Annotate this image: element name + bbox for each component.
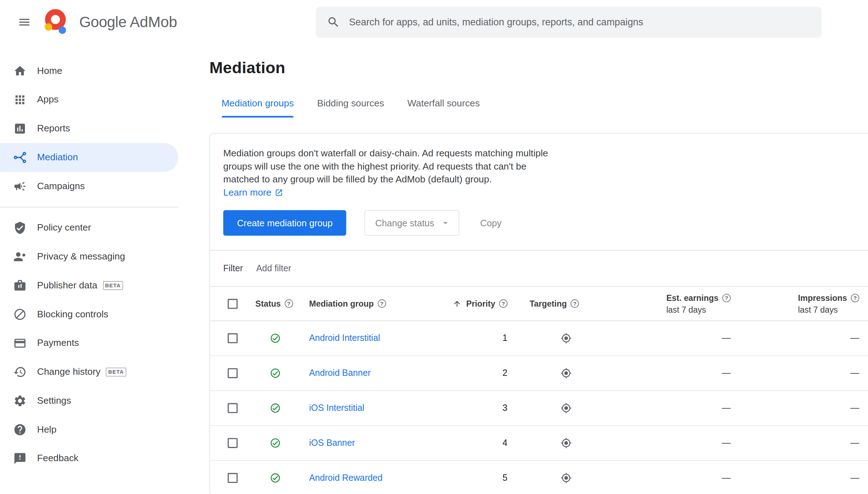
mediation-group-link[interactable]: iOS Interstitial <box>309 403 364 413</box>
sidebar-item-blocking-controls[interactable]: Blocking controls <box>0 300 178 329</box>
col-header-priority[interactable]: Priority <box>466 299 495 308</box>
change-status-button[interactable]: Change status <box>365 210 459 236</box>
status-enabled-icon <box>270 438 281 449</box>
status-enabled-icon <box>270 472 281 483</box>
sidebar: Home Apps Reports Mediation Campaigns <box>0 44 209 473</box>
sidebar-item-label: Publisher data <box>37 280 97 291</box>
targeting-icon[interactable] <box>561 472 572 483</box>
targeting-icon[interactable] <box>561 403 572 414</box>
sidebar-item-label: Policy center <box>37 222 91 233</box>
topbar: GoogleAdMob <box>0 0 868 44</box>
menu-button[interactable] <box>13 11 35 33</box>
select-all-checkbox[interactable] <box>228 299 238 309</box>
sort-ascending-icon[interactable] <box>453 299 462 308</box>
sidebar-item-label: Home <box>37 65 62 76</box>
search-icon <box>327 15 340 29</box>
mediation-group-link[interactable]: Android Rewarded <box>309 473 383 483</box>
sidebar-item-help[interactable]: Help <box>0 415 178 444</box>
sidebar-item-payments[interactable]: Payments <box>0 329 178 358</box>
sidebar-item-policy-center[interactable]: Policy center <box>0 213 178 242</box>
apps-grid-icon <box>13 93 26 106</box>
sidebar-item-label: Privacy & messaging <box>37 251 125 262</box>
help-icon[interactable] <box>571 299 579 308</box>
add-filter-button[interactable]: Add filter <box>256 263 291 273</box>
tab-waterfall-sources[interactable]: Waterfall sources <box>407 98 480 117</box>
sidebar-item-campaigns[interactable]: Campaigns <box>0 172 178 201</box>
help-icon[interactable] <box>499 299 507 308</box>
sidebar-item-label: Change history <box>37 367 101 378</box>
targeting-icon[interactable] <box>561 438 572 449</box>
brand-home-link[interactable]: GoogleAdMob <box>42 8 177 36</box>
targeting-icon[interactable] <box>561 368 572 379</box>
est-earnings-value: — <box>722 333 731 343</box>
impressions-value: — <box>850 473 859 483</box>
hamburger-icon <box>18 15 31 29</box>
targeting-icon[interactable] <box>561 333 572 344</box>
filter-bar: Filter Add filter <box>210 251 868 286</box>
col-header-targeting: Targeting <box>530 299 567 308</box>
sidebar-item-home[interactable]: Home <box>0 56 178 85</box>
col-header-mediation-group: Mediation group <box>309 299 374 308</box>
priority-value: 4 <box>502 438 507 448</box>
priority-value: 3 <box>502 403 507 413</box>
global-search[interactable] <box>316 7 821 38</box>
table-row: iOS Banner 4 — — <box>210 426 868 461</box>
mediation-groups-card: Mediation groups don't waterfall or dais… <box>209 133 868 494</box>
main-content: Mediation Mediation groups Bidding sourc… <box>209 44 868 494</box>
status-enabled-icon <box>270 333 281 344</box>
sidebar-divider <box>0 207 178 207</box>
history-clock-icon <box>13 366 26 379</box>
help-icon[interactable] <box>285 299 293 308</box>
sidebar-item-settings[interactable]: Settings <box>0 387 178 415</box>
sidebar-item-label: Campaigns <box>37 181 85 192</box>
table-row: Android Interstitial 1 — — <box>210 321 868 356</box>
mediation-icon <box>13 151 26 164</box>
help-icon[interactable] <box>723 294 731 302</box>
row-checkbox[interactable] <box>228 333 238 343</box>
help-circle-icon <box>13 423 26 436</box>
feedback-bubble-icon <box>13 452 26 465</box>
est-earnings-value: — <box>722 473 731 483</box>
priority-value: 1 <box>502 333 507 343</box>
row-checkbox[interactable] <box>228 473 238 483</box>
search-input[interactable] <box>349 16 811 28</box>
est-earnings-value: — <box>722 438 731 448</box>
sidebar-item-apps[interactable]: Apps <box>0 85 178 114</box>
priority-value: 5 <box>502 473 507 483</box>
tab-mediation-groups[interactable]: Mediation groups <box>221 98 294 117</box>
mediation-group-link[interactable]: iOS Banner <box>309 438 355 448</box>
priority-value: 2 <box>502 368 507 378</box>
sidebar-item-reports[interactable]: Reports <box>0 114 178 143</box>
briefcase-icon <box>13 279 26 292</box>
help-icon[interactable] <box>378 299 386 308</box>
sidebar-item-mediation[interactable]: Mediation <box>0 143 178 172</box>
est-earnings-value: — <box>722 403 731 413</box>
mediation-info-text: Mediation groups don't waterfall or dais… <box>223 147 553 199</box>
sidebar-item-change-history[interactable]: Change history BETA <box>0 358 178 387</box>
copy-button[interactable]: Copy <box>476 210 506 236</box>
status-enabled-icon <box>270 403 281 414</box>
impressions-value: — <box>850 403 859 413</box>
mediation-group-link[interactable]: Android Interstitial <box>309 333 380 343</box>
external-link-icon <box>275 188 283 196</box>
sidebar-item-feedback[interactable]: Feedback <box>0 444 178 473</box>
row-checkbox[interactable] <box>228 438 238 448</box>
table-row: iOS Interstitial 3 — — <box>210 391 868 426</box>
row-checkbox[interactable] <box>228 368 238 378</box>
payments-card-icon <box>13 337 26 350</box>
row-checkbox[interactable] <box>228 403 238 413</box>
impressions-value: — <box>850 333 859 343</box>
mediation-group-link[interactable]: Android Banner <box>309 368 371 378</box>
learn-more-link[interactable]: Learn more <box>223 187 283 198</box>
home-icon <box>13 64 26 77</box>
sidebar-item-publisher-data[interactable]: Publisher data BETA <box>0 271 178 300</box>
create-mediation-group-button[interactable]: Create mediation group <box>223 210 347 236</box>
sidebar-item-privacy-messaging[interactable]: Privacy & messaging <box>0 242 178 271</box>
col-header-status: Status <box>255 299 281 308</box>
tab-bidding-sources[interactable]: Bidding sources <box>317 98 384 117</box>
help-icon[interactable] <box>851 294 859 302</box>
block-icon <box>13 308 26 321</box>
gear-icon <box>13 394 26 407</box>
beta-badge: BETA <box>103 281 123 290</box>
col-header-impressions: Impressionslast 7 days <box>798 292 859 315</box>
